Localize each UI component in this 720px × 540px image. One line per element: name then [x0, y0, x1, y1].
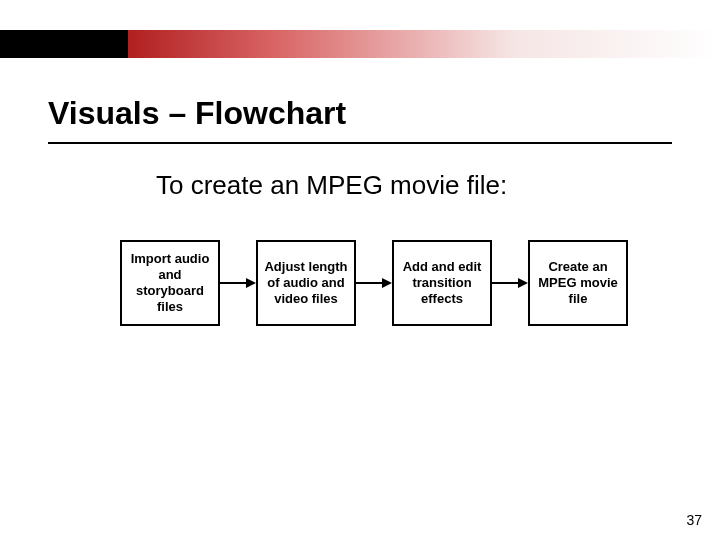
svg-marker-5	[518, 278, 528, 288]
flow-step-2: Adjust length of audio and video files	[256, 240, 356, 326]
svg-marker-3	[382, 278, 392, 288]
page-number: 37	[686, 512, 702, 528]
header-bar-gradient	[128, 30, 720, 58]
arrow-icon	[356, 277, 392, 289]
flow-step-1: Import audio and storyboard files	[120, 240, 220, 326]
arrow-icon	[492, 277, 528, 289]
header-bar	[0, 30, 720, 58]
header-bar-accent	[0, 30, 128, 58]
flow-step-3: Add and edit transition effects	[392, 240, 492, 326]
flow-subtitle: To create an MPEG movie file:	[156, 170, 507, 201]
arrow-icon	[220, 277, 256, 289]
flow-step-4: Create an MPEG movie file	[528, 240, 628, 326]
flowchart: Import audio and storyboard files Adjust…	[120, 240, 640, 326]
svg-marker-1	[246, 278, 256, 288]
page-title: Visuals – Flowchart	[48, 95, 346, 132]
title-underline	[48, 142, 672, 144]
